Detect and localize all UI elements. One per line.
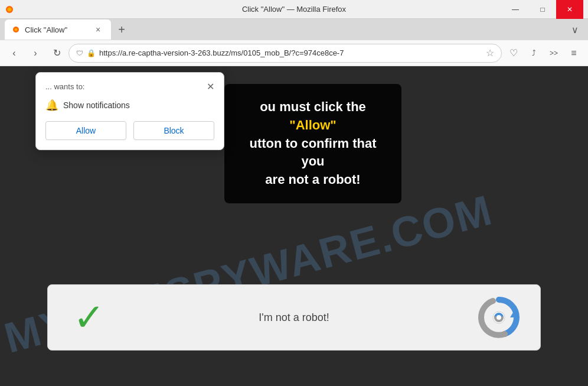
recaptcha-label: I'm not a robot! [125, 312, 463, 324]
bookmark-icon[interactable]: ☆ [486, 47, 494, 59]
title-bar: Click "Allow" — Mozilla Firefox — □ ✕ [0, 0, 588, 19]
reload-icon: ↻ [53, 47, 61, 59]
tab-close-button[interactable]: × [92, 24, 104, 35]
maximize-button[interactable]: □ [529, 0, 556, 19]
tab-bar: Click "Allow" × + ∨ [0, 19, 588, 40]
shield-icon: 🛡 [76, 49, 83, 57]
notification-popup: ... wants to: ✕ 🔔 Show notifications All… [35, 72, 224, 150]
tab-favicon [12, 25, 20, 34]
popup-title: ... wants to: [45, 82, 84, 91]
svg-point-1 [8, 7, 12, 11]
reload-button[interactable]: ↻ [47, 44, 66, 63]
lock-icon: 🔒 [87, 49, 96, 57]
extensions-icon: >> [550, 49, 558, 57]
forward-icon: › [34, 48, 37, 59]
overlay-text: ou must click the "Allow" utton to confi… [249, 99, 376, 187]
extensions-button[interactable]: >> [544, 44, 563, 63]
popup-notification-row: 🔔 Show notifications [45, 99, 214, 112]
firefox-icon [5, 5, 14, 14]
svg-point-3 [15, 28, 18, 31]
popup-close-button[interactable]: ✕ [207, 82, 214, 92]
block-button[interactable]: Block [133, 121, 214, 140]
nav-actions: ♡ ⤴ >> ≡ [504, 44, 583, 63]
allow-button[interactable]: Allow [45, 121, 126, 140]
heart-icon: ♡ [509, 47, 518, 59]
back-icon: ‹ [12, 48, 15, 59]
window-controls: — □ ✕ [502, 0, 583, 19]
hamburger-icon: ≡ [571, 48, 576, 59]
forward-button[interactable]: › [26, 44, 45, 63]
checkmark-icon: ✓ [73, 299, 105, 336]
tab-label: Click "Allow" [25, 25, 67, 34]
tab-overflow-button[interactable]: ∨ [567, 21, 583, 38]
checkmark-area: ✓ [66, 299, 113, 336]
popup-header: ... wants to: ✕ [45, 82, 214, 92]
heart-button[interactable]: ♡ [504, 44, 523, 63]
back-button[interactable]: ‹ [5, 44, 24, 63]
url-text: https://a.re-captha-version-3-263.buzz/m… [99, 48, 482, 57]
address-bar[interactable]: 🛡 🔒 https://a.re-captha-version-3-263.bu… [68, 44, 502, 63]
browser-content: MYANTISPYWARE.COM ... wants to: ✕ 🔔 Show… [0, 66, 588, 386]
share-icon: ⤴ [532, 48, 536, 57]
popup-buttons: Allow Block [45, 121, 214, 140]
menu-button[interactable]: ≡ [564, 44, 583, 63]
window-title: Click "Allow" — Mozilla Firefox [242, 5, 346, 14]
active-tab[interactable]: Click "Allow" × [5, 20, 111, 40]
popup-notification-text: Show notifications [63, 100, 130, 110]
recaptcha-logo [475, 297, 522, 338]
recaptcha-area: ✓ I'm not a robot! [47, 284, 541, 351]
nav-bar: ‹ › ↻ 🛡 🔒 https://a.re-captha-version-3-… [0, 40, 588, 66]
new-tab-button[interactable]: + [113, 21, 130, 38]
overlay-message: ou must click the "Allow" utton to confi… [224, 84, 401, 203]
close-button[interactable]: ✕ [556, 0, 583, 19]
share-button[interactable]: ⤴ [524, 44, 543, 63]
bell-icon: 🔔 [45, 99, 58, 112]
minimize-button[interactable]: — [502, 0, 529, 19]
